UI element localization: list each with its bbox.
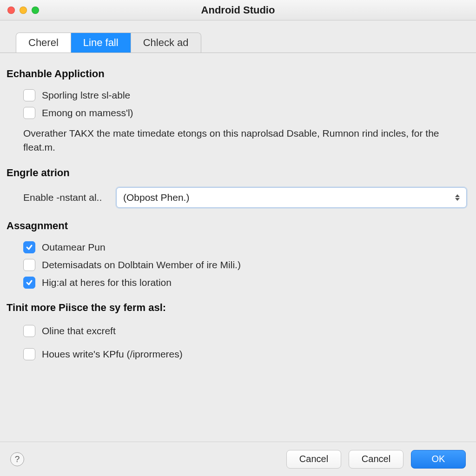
checkbox-label: Sporling lstre sl-able xyxy=(42,90,130,101)
checkbox-label: Emong on mamess'l) xyxy=(42,107,133,119)
section-heading-engrle: Engrle atrion xyxy=(7,167,467,179)
zoom-icon[interactable] xyxy=(32,7,39,14)
section-heading-tinit: Tinit more Piisce the sy ferm asl: xyxy=(7,302,467,314)
checkbox-outamear[interactable] xyxy=(23,241,35,253)
checkbox-row-detemisadats[interactable]: Detemisadats on Dolbtain Wember of ire M… xyxy=(7,256,467,274)
checkbox-row-oline[interactable]: Oline that excreft xyxy=(7,320,467,340)
window-titlebar: Android Studio xyxy=(0,0,476,20)
chevron-updown-icon xyxy=(453,192,462,203)
checkbox-row-higal[interactable]: Hig:al at heres for this loration xyxy=(7,274,467,291)
checkbox-emong[interactable] xyxy=(23,107,35,119)
checkbox-label: Oline that excreft xyxy=(42,325,116,337)
checkbox-houes[interactable] xyxy=(23,348,35,360)
dialog-content: Echanble Appliction Sporling lstre sl-ab… xyxy=(0,53,476,363)
checkbox-higal[interactable] xyxy=(23,277,35,289)
select-label: Enable -nstant al.. xyxy=(23,192,112,203)
tab-chleck-ad[interactable]: Chleck ad xyxy=(131,33,201,53)
select-enable-instant[interactable]: (Obpost Phen.) xyxy=(116,187,467,208)
checkbox-row-houes[interactable]: Houes write's KPfu (/iprormeres) xyxy=(7,340,467,363)
checkbox-label: Outamear Pun xyxy=(42,242,106,253)
minimize-icon[interactable] xyxy=(20,7,27,14)
checkbox-oline[interactable] xyxy=(23,325,35,337)
close-icon[interactable] xyxy=(7,7,15,14)
checkbox-row-outamear[interactable]: Outamear Pun xyxy=(7,238,467,256)
tab-line-fall[interactable]: Line fall xyxy=(71,33,131,53)
help-button[interactable]: ? xyxy=(10,452,24,466)
dialog-footer: ? Cancel Cancel OK xyxy=(0,442,476,476)
ok-button[interactable]: OK xyxy=(411,450,466,469)
cancel-button-2[interactable]: Cancel xyxy=(349,450,403,469)
checkbox-sporling[interactable] xyxy=(23,89,35,101)
section-description: Overather TAKX the mate timedate etongs … xyxy=(7,122,467,157)
select-value: (Obpost Phen.) xyxy=(123,192,189,203)
tab-cherel[interactable]: Cherel xyxy=(16,33,71,53)
checkbox-row-emong[interactable]: Emong on mamess'l) xyxy=(7,104,467,122)
cancel-button[interactable]: Cancel xyxy=(286,450,341,469)
checkbox-label: Detemisadats on Dolbtain Wember of ire M… xyxy=(42,259,241,271)
section-heading-assagnment: Assagnment xyxy=(7,220,467,232)
window-controls xyxy=(0,7,39,14)
tab-strip: Cherel Line fall Chleck ad xyxy=(0,20,476,53)
window-title: Android Studio xyxy=(0,4,476,16)
checkbox-detemisadats[interactable] xyxy=(23,259,35,271)
checkbox-row-sporling[interactable]: Sporling lstre sl-able xyxy=(7,86,467,104)
checkbox-label: Houes write's KPfu (/iprormeres) xyxy=(42,349,183,360)
select-row-enable-instant: Enable -nstant al.. (Obpost Phen.) xyxy=(7,185,467,210)
checkbox-label: Hig:al at heres for this loration xyxy=(42,277,172,288)
section-heading-appliction: Echanble Appliction xyxy=(7,68,467,80)
